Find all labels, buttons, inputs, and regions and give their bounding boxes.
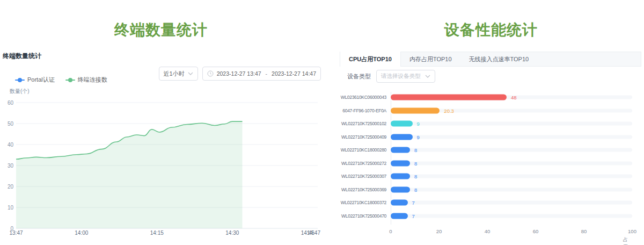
bar-track: 8 [391,170,632,183]
date-range-start: 2023-12-27 13:47 [217,70,261,77]
bar-row: WL022710K7250003078 [340,170,641,183]
top10-tabs: CPU占用TOP10内存占用TOP10无线接入点速率TOP10 [340,52,641,67]
bar[interactable] [391,121,413,127]
tab-wireless-ap-top10[interactable]: 无线接入点速率TOP10 [460,52,538,66]
legend-item[interactable]: 终端连接数 [65,76,107,84]
x-tick-label: 20 [436,228,442,234]
svg-text:30: 30 [8,163,14,169]
bar-value: 9 [417,134,420,140]
dashboard: 终端数量统计 终端数量统计 近1小时 2023-12-27 13:47 - 20… [0,0,644,245]
bar-category-label: WL022710K725000409 [340,134,391,140]
bar-track: 8 [391,157,632,170]
bar[interactable] [391,134,413,140]
bar-category-label: WL022710K725000102 [340,121,391,126]
device-type-filter: 设备类型 请选择设备类型 [347,70,435,83]
bar[interactable] [391,213,408,219]
bar-track: 8 [391,143,632,157]
bar-value: 20.3 [444,107,454,113]
bar[interactable] [391,174,410,179]
bar[interactable] [391,95,507,100]
bar[interactable] [391,107,440,113]
bar-category-label: 6047-FF96-1070-EF0A [340,108,391,113]
device-type-label: 设备类型 [347,73,371,81]
date-range-end: 2023-12-27 14:47 [272,70,316,77]
tab-memory-top10[interactable]: 内存占用TOP10 [401,52,460,66]
bar-row: 6047-FF96-1070-EF0A20.3 [340,104,641,118]
bar-row: WL022710K7250004099 [340,131,641,144]
device-type-placeholder: 请选择设备类型 [381,73,421,80]
svg-text:13:47: 13:47 [9,230,23,236]
left-chart-controls: 近1小时 2023-12-27 13:47 - 2023-12-27 14:47 [159,67,321,81]
bar-value: 8 [414,186,417,192]
bar-track: 8 [391,183,632,197]
terminal-count-chart[interactable]: 0102030405060数量(个)13:4714:0014:1514:3014… [0,86,322,245]
bar-row: WL022710K7250001029 [340,117,641,131]
bar[interactable] [391,147,410,153]
chevron-down-icon [425,75,430,78]
x-tick-label: 80 [581,228,587,234]
legend-marker-icon [15,77,25,83]
bar-track: 48 [391,91,632,104]
bar-value: 8 [414,174,417,179]
x-tick-label: 100 [628,228,636,234]
bar-value: 9 [417,121,420,127]
svg-text:14:00: 14:00 [75,230,88,236]
time-range-select[interactable]: 近1小时 [159,67,198,81]
svg-text:50: 50 [8,121,14,127]
bar-value: 8 [414,147,417,153]
x-tick-label: 0 [389,228,392,234]
bar-row: WL022710KC180003727 [340,196,641,210]
clock-icon [207,70,214,77]
right-panel-title: 设备性能统计 [340,20,642,40]
chart-legend: Portal认证终端连接数 [15,76,107,84]
svg-text:60: 60 [8,100,14,106]
terminal-count-panel: 终端数量统计 终端数量统计 近1小时 2023-12-27 13:47 - 20… [0,0,322,245]
bar-row: WL022710K7250004707 [340,210,641,223]
bar-category-label: WL022710K725000307 [340,174,391,179]
bar-track: 7 [391,210,632,223]
bar-rows: WL023610KC06000043486047-FF96-1070-EF0A2… [340,91,641,222]
svg-text:14:30: 14:30 [225,230,239,236]
bar-category-label: WL023610KC06000043 [340,95,391,100]
bar-category-label: WL022710K725000470 [340,213,391,219]
legend-label: Portal认证 [27,76,55,84]
svg-text:14:15: 14:15 [150,230,164,236]
bar-category-label: WL022710KC18000372 [340,200,391,205]
time-range-value: 近1小时 [164,70,185,78]
svg-text:10: 10 [8,205,14,211]
bar[interactable] [391,186,410,192]
bar-value: 48 [511,95,517,100]
bar-row: WL022710K7250002728 [340,157,641,170]
bar[interactable] [391,200,408,206]
bar-row: WL022710KC180002808 [340,143,641,157]
bar-value: 8 [414,160,417,166]
device-type-select[interactable]: 请选择设备类型 [376,70,435,83]
tab-cpu-top10[interactable]: CPU占用TOP10 [340,52,401,67]
bar-track: 20.3 [391,104,632,118]
x-tick-label: 40 [485,228,491,234]
bar-value: 7 [412,213,415,219]
bar-category-label: WL022710K725000369 [340,187,391,192]
bar-row: WL022710K7250003698 [340,183,641,197]
bar-track: 9 [391,131,632,144]
legend-marker-icon [65,77,75,83]
legend-item[interactable]: Portal认证 [15,76,55,84]
svg-text:40: 40 [8,142,14,148]
date-range-separator: - [265,70,269,77]
x-tick-label: 60 [533,228,539,234]
bar-track: 7 [391,196,632,210]
left-chart-header: 终端数量统计 [3,52,41,61]
bar-row: WL023610KC0600004348 [340,91,641,104]
left-panel-title: 终端数量统计 [0,20,322,40]
device-performance-panel: 设备性能统计 CPU占用TOP10内存占用TOP10无线接入点速率TOP10 设… [340,0,642,245]
bar-track: 9 [391,117,632,131]
cpu-top10-chart[interactable]: WL023610KC06000043486047-FF96-1070-EF0A2… [340,91,641,241]
bar-category-label: WL022710K725000272 [340,161,391,166]
bar-chart-x-axis-label: 占用率(%) [623,236,632,245]
date-range-picker[interactable]: 2023-12-27 13:47 - 2023-12-27 14:47 [202,67,321,81]
svg-text:14:47: 14:47 [307,230,320,236]
svg-text:数量(个): 数量(个) [9,88,30,94]
bar-value: 7 [412,200,415,206]
bar[interactable] [391,160,410,166]
svg-text:20: 20 [8,184,14,190]
